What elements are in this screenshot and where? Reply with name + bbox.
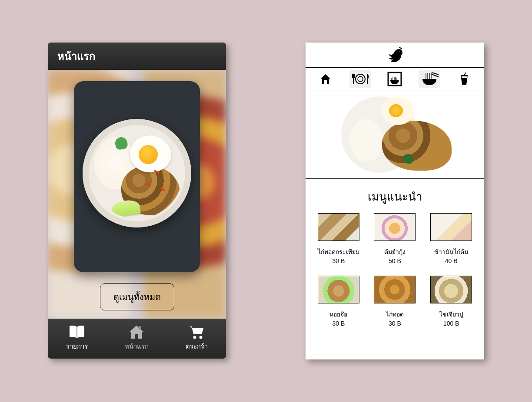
svg-rect-6 xyxy=(462,76,467,78)
view-all-menu-button[interactable]: ดูเมนูทั้งหมด xyxy=(100,283,174,310)
rice-bowl-icon xyxy=(387,71,402,87)
phone-mockup-left: หน้าแรก ดูเมนูทั้งหมด รายการ หน้าแรก xyxy=(48,43,226,359)
dine-plate-icon xyxy=(352,72,369,86)
menu-item[interactable]: ไก่ทอด 30 B xyxy=(372,276,419,327)
svg-point-1 xyxy=(193,336,196,339)
recommended-grid: ไก่ทอดกระเทียม 30 B ต้มยำกุ้ง 50 B ข้าวม… xyxy=(306,213,484,327)
nav-home[interactable]: หน้าแรก xyxy=(125,325,149,352)
menu-item-price: 30 B xyxy=(389,320,401,327)
cart-icon xyxy=(188,325,205,339)
menu-item-price: 50 B xyxy=(389,257,401,264)
menu-item-thumb xyxy=(374,276,416,303)
menu-item-thumb xyxy=(318,213,359,241)
nav-home-label: หน้าแรก xyxy=(125,341,149,352)
menu-item-thumb xyxy=(374,213,416,241)
noodle-bowl-icon xyxy=(420,72,439,86)
logo-bar xyxy=(306,43,484,68)
category-dine[interactable] xyxy=(349,70,371,88)
category-drink[interactable] xyxy=(453,70,475,88)
menu-item[interactable]: ต้มยำกุ้ง 50 B xyxy=(372,213,419,264)
menu-item-thumb xyxy=(318,276,359,303)
menu-item-name: ไข่เจียวปู xyxy=(439,310,463,319)
phone-mockup-right: เมนูแนะนำ ไก่ทอดกระเทียม 30 B ต้มยำกุ้ง … xyxy=(306,43,484,359)
svg-rect-0 xyxy=(139,326,141,330)
menu-item-name: ต้มยำกุ้ง xyxy=(384,247,406,257)
featured-dish-image[interactable] xyxy=(335,95,455,174)
chicken-logo-icon xyxy=(386,46,404,64)
menu-item-name: ข้าวมันไก่ต้ม xyxy=(434,247,468,257)
menu-item-price: 30 B xyxy=(332,320,345,327)
drink-cup-icon xyxy=(459,72,469,86)
recommended-title: เมนูแนะนำ xyxy=(306,188,484,205)
menu-item-price: 100 B xyxy=(443,320,459,327)
category-rice[interactable] xyxy=(384,70,406,88)
category-noodle[interactable] xyxy=(419,70,440,88)
svg-point-2 xyxy=(200,336,203,339)
nav-list-label: รายการ xyxy=(66,341,88,352)
category-tabs xyxy=(306,68,484,90)
book-icon xyxy=(68,325,86,339)
menu-item-price: 30 B xyxy=(332,257,345,264)
home-icon xyxy=(128,325,145,339)
menu-item[interactable]: ไก่ทอดกระเทียม 30 B xyxy=(315,213,362,264)
hero-area: ดูเมนูทั้งหมด xyxy=(48,70,226,319)
menu-item[interactable]: หอยจ๊อ 30 B xyxy=(315,276,362,327)
menu-item-name: ไก่ทอด xyxy=(386,310,404,319)
menu-item-thumb xyxy=(430,276,472,303)
menu-item-thumb xyxy=(430,213,472,241)
featured-image-area xyxy=(306,90,484,179)
home-icon xyxy=(319,73,332,85)
nav-cart-label: ตระกร้า xyxy=(186,341,208,352)
menu-item-price: 40 B xyxy=(445,257,458,264)
bottom-nav: รายการ หน้าแรก ตระกร้า xyxy=(48,319,226,359)
category-home[interactable] xyxy=(315,70,336,88)
menu-item[interactable]: ข้าวมันไก่ต้ม 40 B xyxy=(428,213,475,264)
svg-point-3 xyxy=(356,74,365,84)
menu-item-name: หอยจ๊อ xyxy=(329,310,347,319)
page-title: หน้าแรก xyxy=(48,43,226,70)
nav-list[interactable]: รายการ xyxy=(66,325,88,352)
menu-item-name: ไก่ทอดกระเทียม xyxy=(318,247,359,257)
svg-point-4 xyxy=(358,76,363,82)
nav-cart[interactable]: ตระกร้า xyxy=(186,325,208,352)
menu-item[interactable]: ไข่เจียวปู 100 B xyxy=(428,276,475,327)
hero-food-card[interactable] xyxy=(74,81,200,272)
